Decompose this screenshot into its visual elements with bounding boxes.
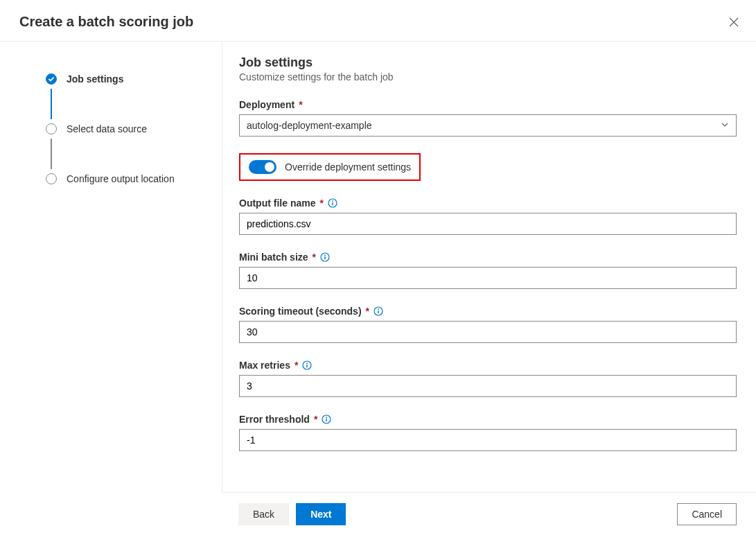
override-toggle-label: Override deployment settings xyxy=(285,161,411,173)
svg-rect-2 xyxy=(332,202,333,205)
label-text: Error threshold xyxy=(239,414,310,425)
deployment-selected-value: autolog-deployment-example xyxy=(247,120,372,131)
step-bullet-active xyxy=(46,73,57,85)
step-configure-output[interactable]: Configure output location xyxy=(46,169,222,188)
label-text: Max retries xyxy=(239,360,290,371)
info-icon[interactable] xyxy=(328,198,337,208)
check-icon xyxy=(48,76,55,82)
close-icon xyxy=(729,17,739,27)
info-icon[interactable] xyxy=(322,414,331,424)
step-bullet xyxy=(46,123,57,134)
svg-point-7 xyxy=(378,308,379,310)
back-button[interactable]: Back xyxy=(238,503,289,525)
info-icon[interactable] xyxy=(320,252,330,262)
svg-point-10 xyxy=(306,362,308,364)
main-content: Job settings Customize settings for the … xyxy=(222,42,756,492)
required-asterisk: * xyxy=(366,306,369,317)
required-asterisk: * xyxy=(299,99,302,110)
svg-point-13 xyxy=(326,416,327,418)
step-connector xyxy=(51,89,52,119)
timeout-label: Scoring timeout (seconds) * xyxy=(239,306,737,317)
mini-batch-label: Mini batch size * xyxy=(239,252,737,263)
deployment-label: Deployment * xyxy=(239,99,737,110)
required-asterisk: * xyxy=(314,414,317,425)
wizard-title: Create a batch scoring job xyxy=(19,14,193,30)
required-asterisk: * xyxy=(319,198,323,209)
svg-rect-8 xyxy=(378,310,378,313)
step-label: Configure output location xyxy=(67,173,175,184)
wizard-steps-sidebar: Job settings Select data source Configur… xyxy=(0,42,222,492)
svg-point-4 xyxy=(324,254,326,256)
mini-batch-input[interactable] xyxy=(239,267,737,289)
error-threshold-input[interactable] xyxy=(239,429,737,451)
section-title: Job settings xyxy=(239,55,737,70)
info-icon[interactable] xyxy=(373,306,383,316)
toggle-knob xyxy=(265,162,274,172)
step-label: Select data source xyxy=(67,123,147,134)
step-label: Job settings xyxy=(67,73,123,85)
step-select-data-source[interactable]: Select data source xyxy=(46,119,222,139)
info-icon[interactable] xyxy=(302,360,312,370)
label-text: Mini batch size xyxy=(239,252,308,263)
chevron-down-icon xyxy=(721,120,729,131)
label-text: Output file name xyxy=(239,198,315,209)
next-button[interactable]: Next xyxy=(296,503,346,525)
label-text: Scoring timeout (seconds) xyxy=(239,306,362,317)
svg-point-1 xyxy=(332,200,333,202)
svg-rect-5 xyxy=(324,256,325,259)
step-bullet xyxy=(46,173,57,184)
max-retries-input[interactable] xyxy=(239,375,737,397)
svg-rect-11 xyxy=(307,365,308,367)
required-asterisk: * xyxy=(295,360,298,371)
step-job-settings[interactable]: Job settings xyxy=(46,69,222,89)
max-retries-label: Max retries * xyxy=(239,360,737,371)
cancel-button[interactable]: Cancel xyxy=(677,503,737,525)
close-button[interactable] xyxy=(728,17,739,28)
timeout-input[interactable] xyxy=(239,321,737,343)
override-toggle[interactable] xyxy=(249,160,276,174)
label-text: Deployment xyxy=(239,99,295,110)
output-file-input[interactable] xyxy=(239,213,737,235)
error-threshold-label: Error threshold * xyxy=(239,414,737,425)
override-deployment-settings-highlight: Override deployment settings xyxy=(239,153,421,181)
required-asterisk: * xyxy=(313,252,316,263)
wizard-footer: Back Next Cancel xyxy=(222,492,756,535)
section-subtitle: Customize settings for the batch job xyxy=(239,71,737,82)
step-connector xyxy=(51,139,52,169)
deployment-select[interactable]: autolog-deployment-example xyxy=(239,114,737,137)
output-file-label: Output file name * xyxy=(239,198,737,209)
svg-rect-14 xyxy=(326,419,327,421)
